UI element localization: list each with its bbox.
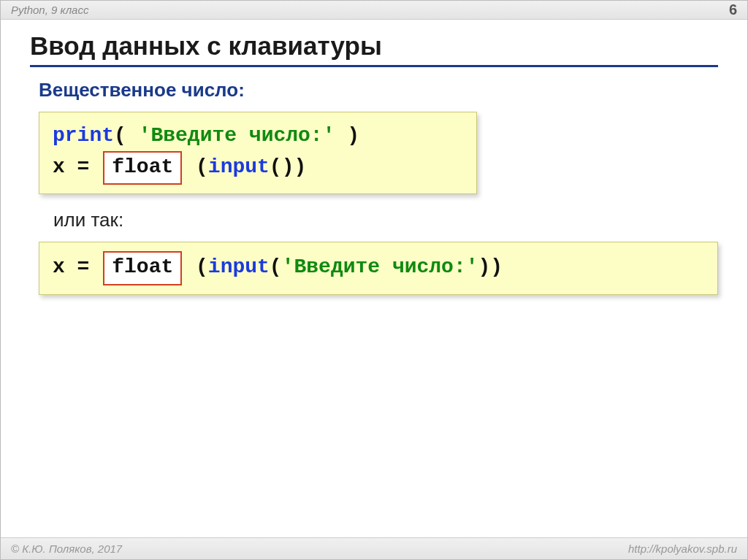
code-line-2: x = float (input())	[53, 151, 463, 185]
assign-prefix-2: x =	[53, 256, 102, 278]
header-bar: Python, 9 класс 6	[1, 1, 747, 20]
subheading: Вещественное число:	[39, 79, 718, 101]
footer-bar: © К.Ю. Поляков, 2017 http://kpolyakov.sp…	[1, 537, 747, 559]
course-label: Python, 9 класс	[11, 4, 88, 16]
footer-url: http://kpolyakov.spb.ru	[628, 542, 737, 555]
content-area: Вещественное число: print( 'Введите числ…	[1, 72, 747, 308]
float-highlight-box: float	[103, 151, 182, 185]
paren-close: )	[335, 124, 359, 147]
title-underline	[30, 65, 718, 67]
copyright-text: © К.Ю. Поляков, 2017	[11, 542, 122, 555]
string-literal-2: 'Введите число:'	[282, 256, 478, 278]
paren-open-2: (	[183, 156, 208, 178]
title-area: Ввод данных с клавиатуры	[1, 20, 747, 72]
page-title: Ввод данных с клавиатуры	[30, 31, 718, 61]
or-label: или так:	[53, 209, 718, 231]
code-line-1: print( 'Введите число:' )	[53, 121, 463, 151]
string-literal: 'Введите число:'	[139, 124, 335, 147]
code-block-2: x = float (input('Введите число:'))	[39, 242, 718, 295]
parens-close-2: ())	[270, 156, 306, 178]
slide: Python, 9 класс 6 Ввод данных с клавиату…	[0, 0, 748, 560]
page-number: 6	[729, 1, 737, 18]
code-line-3: x = float (input('Введите число:'))	[53, 251, 704, 285]
paren-open-4: (	[270, 256, 282, 278]
code-block-1: print( 'Введите число:' ) x = float (inp…	[39, 112, 477, 194]
input-keyword-2: input	[208, 256, 270, 278]
paren-open: (	[114, 124, 139, 147]
assign-prefix: x =	[53, 156, 102, 178]
input-keyword: input	[208, 156, 270, 178]
parens-close-3: ))	[478, 256, 503, 278]
float-highlight-box-2: float	[103, 251, 182, 285]
print-keyword: print	[53, 124, 114, 147]
paren-open-3: (	[183, 256, 208, 278]
